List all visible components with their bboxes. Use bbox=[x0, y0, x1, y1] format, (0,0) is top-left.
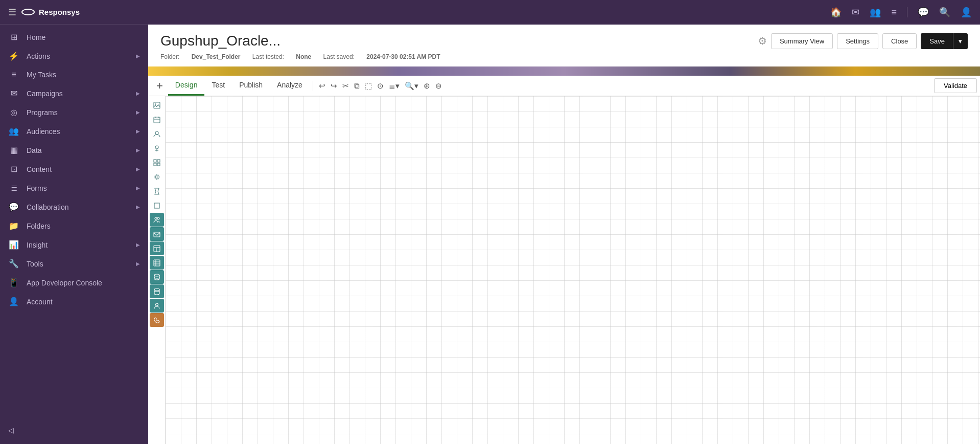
audiences-icon: 👥 bbox=[8, 126, 19, 136]
sidebar-item-label: Actions bbox=[27, 52, 129, 60]
zoom-out-button[interactable]: ⊖ bbox=[433, 79, 445, 93]
sidebar-item-content[interactable]: ⊡ Content ▶ bbox=[0, 160, 148, 179]
app-name: Responsys bbox=[39, 8, 80, 16]
tab-test[interactable]: Test bbox=[204, 76, 232, 96]
page-header: Gupshup_Oracle... ⚙ Summary View Setting… bbox=[148, 25, 980, 66]
validate-button[interactable]: Validate bbox=[934, 78, 977, 93]
sidebar-item-tools[interactable]: 🔧 Tools ▶ bbox=[0, 254, 148, 273]
sidebar-item-insight[interactable]: 📊 Insight ▶ bbox=[0, 235, 148, 254]
page-actions: ⚙ Summary View Settings Close Save ▾ bbox=[758, 33, 968, 49]
tool-person2[interactable] bbox=[150, 299, 164, 313]
content-icon: ⊡ bbox=[8, 164, 19, 174]
sidebar-item-account[interactable]: 👤 Account bbox=[0, 292, 148, 311]
paste-button[interactable]: ⬚ bbox=[362, 79, 375, 93]
tasks-icon: ≡ bbox=[8, 70, 19, 79]
sidebar-collapse-button[interactable]: ◁ bbox=[8, 421, 140, 439]
design-canvas[interactable] bbox=[166, 96, 980, 444]
tool-image[interactable] bbox=[150, 98, 164, 112]
sidebar-item-campaigns[interactable]: ✉ Campaigns ▶ bbox=[0, 84, 148, 103]
svg-point-6 bbox=[155, 131, 158, 135]
undo-button[interactable]: ↩ bbox=[316, 79, 328, 93]
copy-button[interactable]: ⧉ bbox=[352, 79, 362, 93]
save-button-group: Save ▾ bbox=[921, 33, 968, 49]
search-button[interactable]: 🔍▾ bbox=[402, 79, 421, 93]
sidebar-item-home[interactable]: ⊞ Home bbox=[0, 28, 148, 47]
tool-hourglass[interactable] bbox=[150, 184, 164, 198]
tool-phone[interactable] bbox=[150, 313, 164, 327]
tab-analyze[interactable]: Analyze bbox=[270, 76, 310, 96]
programs-icon: ◎ bbox=[8, 107, 19, 117]
chevron-right-icon: ▶ bbox=[136, 53, 140, 59]
search-nav-icon[interactable]: 🔍 bbox=[939, 7, 950, 18]
sidebar: ☰ Responsys ⊞ Home ⚡ Actions ▶ ≡ My Task… bbox=[0, 0, 148, 444]
users-nav-icon[interactable]: 👥 bbox=[870, 7, 881, 18]
forms-icon: ≣ bbox=[8, 183, 19, 193]
chevron-right-icon: ▶ bbox=[136, 185, 140, 191]
sidebar-item-app-developer[interactable]: 📱 App Developer Console bbox=[0, 273, 148, 292]
tool-rect[interactable] bbox=[150, 198, 164, 212]
tool-table[interactable] bbox=[150, 241, 164, 255]
summary-view-button[interactable]: Summary View bbox=[771, 33, 833, 49]
svg-rect-18 bbox=[154, 232, 160, 237]
list-nav-icon[interactable]: ≡ bbox=[891, 7, 897, 18]
add-tab-button[interactable]: + bbox=[151, 76, 168, 96]
zoom-in-button[interactable]: ⊕ bbox=[421, 79, 433, 93]
right-content: 🏠 ✉ 👥 ≡ 💬 🔍 👤 Gupshup_Oracle... ⚙ Summar… bbox=[148, 0, 980, 444]
profile-nav-icon[interactable]: 👤 bbox=[961, 7, 972, 18]
sidebar-item-actions[interactable]: ⚡ Actions ▶ bbox=[0, 47, 148, 65]
tool-db1[interactable] bbox=[150, 270, 164, 284]
sidebar-item-folders[interactable]: 📁 Folders bbox=[0, 216, 148, 235]
tool-cog[interactable] bbox=[150, 170, 164, 184]
tool-filter[interactable] bbox=[150, 141, 164, 155]
global-topbar: 🏠 ✉ 👥 ≡ 💬 🔍 👤 bbox=[148, 0, 980, 25]
svg-point-7 bbox=[155, 146, 158, 149]
redo-button[interactable]: ↪ bbox=[328, 79, 340, 93]
sidebar-item-label: Home bbox=[27, 33, 140, 41]
chevron-right-icon: ▶ bbox=[136, 261, 140, 267]
collapse-icon: ◁ bbox=[8, 426, 14, 434]
sidebar-item-label: Campaigns bbox=[27, 90, 129, 98]
people-settings-icon[interactable]: ⚙ bbox=[758, 35, 767, 47]
settings-button[interactable]: Settings bbox=[837, 33, 878, 49]
cut-button[interactable]: ✂ bbox=[340, 79, 352, 93]
sidebar-item-data[interactable]: ▦ Data ▶ bbox=[0, 141, 148, 160]
sidebar-header: ☰ Responsys bbox=[0, 0, 148, 25]
folders-icon: 📁 bbox=[8, 221, 19, 231]
tool-user[interactable] bbox=[150, 127, 164, 141]
editor-body bbox=[148, 96, 980, 444]
sidebar-item-collaboration[interactable]: 💬 Collaboration ▶ bbox=[0, 197, 148, 216]
sidebar-item-label: Content bbox=[27, 165, 129, 173]
tool-table2[interactable] bbox=[150, 256, 164, 270]
tool-calendar[interactable] bbox=[150, 113, 164, 126]
page-meta: Folder: Dev_Test_Folder Last tested: Non… bbox=[160, 53, 968, 66]
sidebar-item-label: Tools bbox=[27, 260, 129, 268]
insight-icon: 📊 bbox=[8, 240, 19, 250]
account-icon: 👤 bbox=[8, 297, 19, 306]
svg-rect-19 bbox=[154, 246, 160, 252]
sidebar-item-programs[interactable]: ◎ Programs ▶ bbox=[0, 103, 148, 122]
sidebar-item-my-tasks[interactable]: ≡ My Tasks bbox=[0, 65, 148, 84]
target-button[interactable]: ⊙ bbox=[375, 79, 386, 93]
tab-separator bbox=[313, 81, 313, 91]
tool-mail[interactable] bbox=[150, 227, 164, 241]
sidebar-item-audiences[interactable]: 👥 Audiences ▶ bbox=[0, 122, 148, 141]
svg-point-26 bbox=[154, 274, 159, 276]
layout-button[interactable]: ≣▾ bbox=[386, 79, 402, 93]
tool-db2[interactable] bbox=[150, 284, 164, 298]
sidebar-item-label: Data bbox=[27, 146, 129, 154]
close-button[interactable]: Close bbox=[882, 33, 917, 49]
svg-point-17 bbox=[157, 217, 159, 219]
sidebar-item-forms[interactable]: ≣ Forms ▶ bbox=[0, 179, 148, 197]
tool-grid[interactable] bbox=[150, 156, 164, 169]
tab-design[interactable]: Design bbox=[168, 76, 205, 96]
sidebar-item-label: Programs bbox=[27, 108, 129, 117]
save-button[interactable]: Save bbox=[921, 33, 953, 49]
tab-publish[interactable]: Publish bbox=[232, 76, 270, 96]
app-developer-icon: 📱 bbox=[8, 278, 19, 287]
menu-toggle-icon[interactable]: ☰ bbox=[8, 7, 16, 18]
home-nav-icon[interactable]: 🏠 bbox=[830, 7, 842, 18]
save-dropdown-button[interactable]: ▾ bbox=[953, 33, 968, 49]
chat-nav-icon[interactable]: 💬 bbox=[918, 7, 929, 18]
tool-people[interactable] bbox=[150, 213, 164, 227]
mail-nav-icon[interactable]: ✉ bbox=[852, 7, 859, 18]
